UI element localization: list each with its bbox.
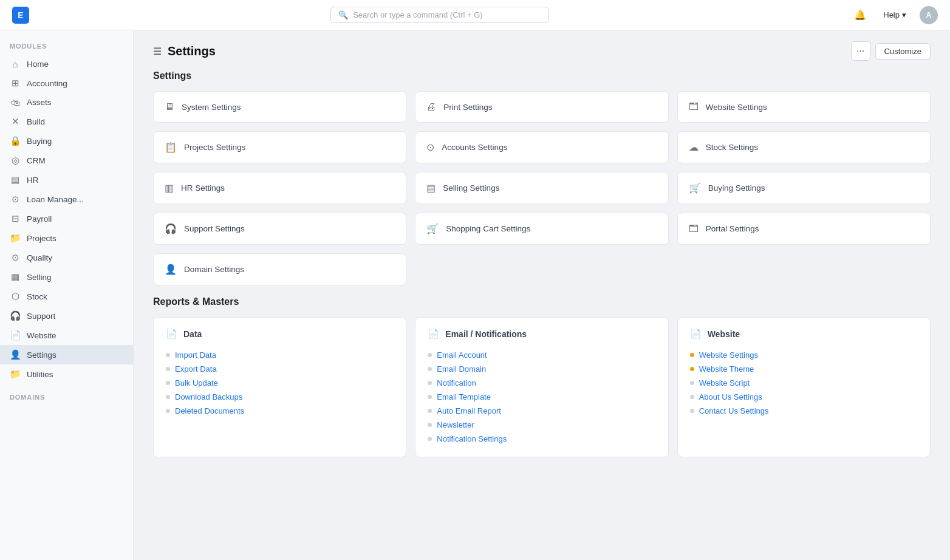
- sidebar-item-home[interactable]: ⌂ Home: [0, 55, 133, 73]
- sidebar-item-label: HR: [27, 176, 39, 185]
- system-settings-card[interactable]: 🖥 System Settings: [153, 91, 406, 123]
- website-report-card: 📄 Website Website Settings Website Theme: [677, 317, 931, 457]
- content-area: Settings 🖥 System Settings 🖨 Print Setti…: [134, 68, 950, 477]
- email-template-link[interactable]: Email Template: [428, 390, 655, 404]
- stock-settings-icon: ☁: [689, 142, 699, 153]
- sidebar-item-assets[interactable]: 🛍 Assets: [0, 93, 133, 112]
- export-data-link[interactable]: Export Data: [166, 362, 394, 376]
- bullet-icon: [428, 437, 432, 441]
- portal-settings-card[interactable]: 🗔 Portal Settings: [677, 213, 931, 245]
- page-header: ☰ Settings ··· Customize: [134, 30, 950, 68]
- card-label: Print Settings: [443, 103, 492, 112]
- stock-icon: ⬡: [10, 291, 21, 302]
- accounts-settings-card[interactable]: ⊙ Accounts Settings: [415, 131, 668, 163]
- notification-link[interactable]: Notification: [428, 376, 655, 390]
- search-placeholder: Search or type a command (Ctrl + G): [353, 10, 483, 19]
- card-label: Website Settings: [706, 103, 767, 112]
- notifications-button[interactable]: 🔔: [850, 5, 870, 25]
- website-script-link[interactable]: Website Script: [690, 376, 918, 390]
- card-label: Selling Settings: [443, 183, 499, 193]
- build-icon: ✕: [10, 116, 21, 127]
- selling-settings-card[interactable]: ▤ Selling Settings: [415, 172, 668, 204]
- header-actions: ··· Customize: [851, 41, 931, 61]
- bullet-icon: [166, 409, 170, 413]
- settings-section-title: Settings: [153, 68, 931, 81]
- notification-settings-link[interactable]: Notification Settings: [428, 432, 655, 446]
- help-button[interactable]: Help ▾: [878, 8, 911, 22]
- website-settings-icon: 🗔: [689, 101, 699, 112]
- contact-us-settings-link[interactable]: Contact Us Settings: [690, 404, 918, 418]
- hamburger-icon[interactable]: ☰: [153, 46, 162, 57]
- shopping-cart-settings-card[interactable]: 🛒 Shopping Cart Settings: [415, 213, 668, 245]
- about-us-settings-link[interactable]: About Us Settings: [690, 390, 918, 404]
- search-bar[interactable]: 🔍 Search or type a command (Ctrl + G): [330, 7, 549, 23]
- website-settings-card[interactable]: 🗔 Website Settings: [677, 91, 931, 123]
- print-settings-card[interactable]: 🖨 Print Settings: [415, 91, 668, 123]
- sidebar-item-payroll[interactable]: ⊟ Payroll: [0, 209, 133, 228]
- bulk-update-link[interactable]: Bulk Update: [166, 376, 394, 390]
- sidebar-item-label: Stock: [27, 292, 47, 301]
- sidebar-item-crm[interactable]: ◎ CRM: [0, 151, 133, 170]
- sidebar: MODULES ⌂ Home ⊞ Accounting 🛍 Assets ✕ B…: [0, 30, 134, 560]
- sidebar-item-support[interactable]: 🎧 Support: [0, 306, 133, 326]
- projects-settings-card[interactable]: 📋 Projects Settings: [153, 131, 406, 163]
- sidebar-item-label: Settings: [27, 350, 56, 360]
- customize-button[interactable]: Customize: [875, 43, 931, 60]
- buying-settings-icon: 🛒: [689, 182, 701, 194]
- sidebar-item-label: Utilities: [27, 370, 53, 379]
- hr-settings-card[interactable]: ▥ HR Settings: [153, 172, 406, 204]
- domain-settings-card[interactable]: 👤 Domain Settings: [153, 253, 406, 285]
- sidebar-item-settings[interactable]: 👤 Settings: [0, 345, 133, 364]
- bullet-icon: [690, 395, 694, 399]
- deleted-documents-link[interactable]: Deleted Documents: [166, 404, 394, 418]
- sidebar-item-website[interactable]: 📄 Website: [0, 326, 133, 345]
- settings-cards-grid: 🖥 System Settings 🖨 Print Settings 🗔 Web…: [153, 91, 931, 123]
- crm-icon: ◎: [10, 155, 21, 166]
- buying-settings-card[interactable]: 🛒 Buying Settings: [677, 172, 931, 204]
- email-account-link[interactable]: Email Account: [428, 348, 655, 362]
- card-label: System Settings: [182, 103, 241, 112]
- card-label: Accounts Settings: [442, 143, 507, 152]
- website-settings-link[interactable]: Website Settings: [690, 348, 918, 362]
- sidebar-item-stock[interactable]: ⬡ Stock: [0, 287, 133, 306]
- sidebar-item-label: Accounting: [27, 79, 67, 88]
- support-settings-card[interactable]: 🎧 Support Settings: [153, 213, 406, 245]
- bullet-orange-icon: [690, 353, 694, 357]
- sidebar-item-label: Support: [27, 312, 55, 321]
- sidebar-item-loan[interactable]: ⊙ Loan Manage...: [0, 190, 133, 209]
- search-icon: 🔍: [338, 10, 348, 19]
- bullet-icon: [690, 409, 694, 413]
- sidebar-item-projects[interactable]: 📁 Projects: [0, 228, 133, 248]
- import-data-link[interactable]: Import Data: [166, 348, 394, 362]
- avatar[interactable]: A: [920, 6, 938, 24]
- sidebar-item-label: Projects: [27, 234, 56, 243]
- email-icon: 📄: [428, 329, 439, 340]
- buying-icon: 🔒: [10, 135, 21, 146]
- data-icon: 📄: [166, 329, 177, 340]
- stock-settings-card[interactable]: ☁ Stock Settings: [677, 131, 931, 163]
- sidebar-item-label: Quality: [27, 253, 52, 262]
- data-card-title: 📄 Data: [166, 329, 394, 340]
- page-title-row: ☰ Settings: [153, 44, 216, 58]
- main-content: ☰ Settings ··· Customize Settings 🖥 Syst…: [134, 30, 950, 560]
- app-icon[interactable]: E: [12, 7, 29, 24]
- sidebar-item-quality[interactable]: ⊙ Quality: [0, 248, 133, 267]
- card-label: Domain Settings: [184, 265, 244, 274]
- website-theme-link[interactable]: Website Theme: [690, 362, 918, 376]
- card-label: Portal Settings: [706, 224, 759, 233]
- system-icon: 🖥: [165, 101, 174, 112]
- email-domain-link[interactable]: Email Domain: [428, 362, 655, 376]
- sidebar-item-build[interactable]: ✕ Build: [0, 112, 133, 131]
- sidebar-item-utilities[interactable]: 📁 Utilities: [0, 364, 133, 384]
- sidebar-item-selling[interactable]: ▦ Selling: [0, 267, 133, 287]
- sidebar-item-accounting[interactable]: ⊞ Accounting: [0, 73, 133, 93]
- hr-settings-icon: ▥: [165, 182, 174, 194]
- newsletter-link[interactable]: Newsletter: [428, 418, 655, 432]
- sidebar-item-buying[interactable]: 🔒 Buying: [0, 131, 133, 151]
- settings-cards-grid-2: 📋 Projects Settings ⊙ Accounts Settings …: [153, 131, 931, 163]
- payroll-icon: ⊟: [10, 213, 21, 224]
- sidebar-item-hr[interactable]: ▤ HR: [0, 170, 133, 190]
- download-backups-link[interactable]: Download Backups: [166, 390, 394, 404]
- auto-email-report-link[interactable]: Auto Email Report: [428, 404, 655, 418]
- more-options-button[interactable]: ···: [851, 41, 870, 61]
